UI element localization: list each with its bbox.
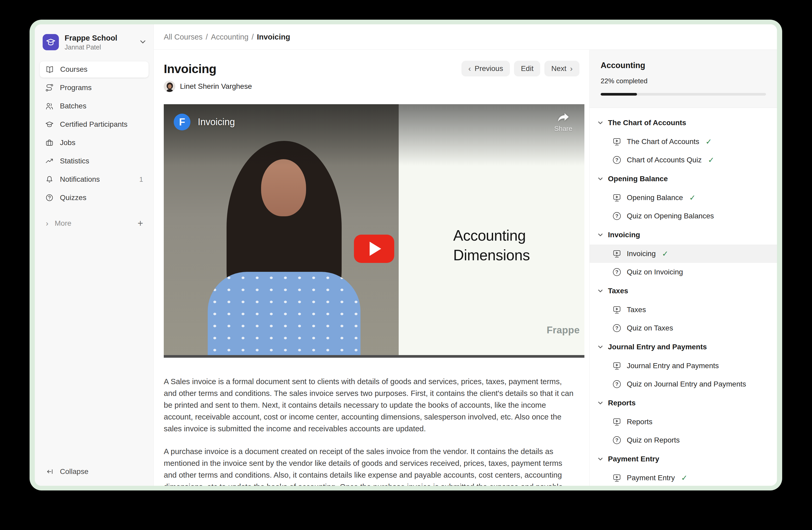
sidebar-item-label: Courses [60,65,87,73]
sidebar-item-notifications[interactable]: Notifications 1 [40,171,149,188]
slide-title: Accounting Dimensions [453,226,530,265]
sidebar-item-label: Jobs [60,139,75,147]
briefcase-icon [45,139,54,147]
next-button[interactable]: Next › [545,61,579,76]
lesson-item[interactable]: Reports [590,413,777,431]
chevron-down-icon [597,456,603,462]
lesson-item[interactable]: Payment Entry ✓ [590,469,777,486]
video-lesson-icon [612,305,622,315]
progress-bar-fill [600,93,637,96]
main-column: All Courses / Accounting / Invoicing Inv… [154,24,777,486]
chapter-taxes[interactable]: Taxes [590,281,777,301]
video-lesson-icon [612,137,622,147]
progress-bar-track [600,93,766,96]
more-label: More [55,219,71,227]
video-lesson-icon [612,417,622,427]
breadcrumb-all-courses[interactable]: All Courses [164,33,202,41]
chevron-down-icon [597,288,603,294]
lesson-article: A Sales invoice is a formal document sen… [164,376,579,486]
chevron-down-icon[interactable] [140,38,146,46]
check-icon: ✓ [681,473,687,482]
quiz-icon: ? [612,155,622,165]
lesson-item[interactable]: Opening Balance ✓ [590,189,777,207]
sidebar-more[interactable]: › More + [46,219,143,228]
sidebar-item-statistics[interactable]: Statistics [40,153,149,169]
play-icon [369,242,381,256]
progress-label: 22% completed [600,77,766,85]
previous-button[interactable]: ‹ Previous [462,61,510,76]
edit-button[interactable]: Edit [514,61,540,76]
chapter-journal-entry-and-payments[interactable]: Journal Entry and Payments [590,337,777,357]
route-icon [45,84,54,92]
bell-icon [45,175,54,184]
collapse-sidebar-button[interactable]: Collapse [35,458,154,486]
share-button[interactable]: Share [554,112,572,133]
chapter-payment-entry[interactable]: Payment Entry [590,449,777,469]
breadcrumb-separator: / [252,33,254,41]
sidebar-item-courses[interactable]: Courses [40,61,149,78]
quiz-item[interactable]: ? Quiz on Opening Balances [590,207,777,225]
sidebar-nav: Courses Programs Batches Cert [35,59,154,206]
share-arrow-icon [556,112,570,124]
quiz-item[interactable]: ? Chart of Accounts Quiz ✓ [590,151,777,169]
breadcrumb: All Courses / Accounting / Invoicing [154,24,777,50]
trending-up-icon [45,157,54,165]
video-lesson-icon [612,473,622,483]
chevron-left-icon: ‹ [468,64,471,73]
sidebar-item-certified-participants[interactable]: Certified Participants [40,116,149,133]
lesson-item[interactable]: The Chart of Accounts ✓ [590,132,777,151]
sidebar-item-batches[interactable]: Batches [40,98,149,114]
quiz-item[interactable]: ? Quiz on Taxes [590,319,777,337]
lesson-item-current[interactable]: Invoicing ✓ [590,245,777,263]
sidebar-item-jobs[interactable]: Jobs [40,134,149,151]
sidebar-item-programs[interactable]: Programs [40,79,149,96]
chevron-down-icon [597,232,603,238]
check-icon: ✓ [708,155,714,165]
quiz-icon: ? [612,323,622,333]
breadcrumb-current: Invoicing [257,33,290,41]
quiz-item[interactable]: ? Quiz on Invoicing [590,263,777,281]
chevron-down-icon [597,176,603,182]
frappe-watermark: Frappe [547,325,580,336]
lesson-item[interactable]: Journal Entry and Payments [590,357,777,375]
video-player[interactable]: Accounting Dimensions F Invoicing Share [164,104,584,358]
play-button[interactable] [354,235,394,263]
video-title[interactable]: Invoicing [198,116,235,127]
paragraph: A Sales invoice is a formal document sen… [164,376,576,434]
users-icon [45,102,54,110]
author-row: Linet Sherin Varghese [164,81,579,92]
check-icon: ✓ [706,137,712,146]
quiz-icon: ? [612,379,622,389]
sidebar-item-label: Quizzes [60,194,86,202]
video-overlay-header: F Invoicing [174,114,235,130]
plus-icon[interactable]: + [137,219,143,228]
app-window-frame: Frappe School Jannat Patel Courses Pro [30,20,782,490]
video-progress-bar[interactable] [164,355,584,358]
presenter-blouse [208,272,361,358]
chapter-reports[interactable]: Reports [590,393,777,413]
lesson-toolbar: ‹ Previous Edit Next › [462,61,579,76]
video-lesson-icon [612,193,622,203]
chevron-right-icon: › [46,219,48,228]
quiz-item[interactable]: ? Quiz on Journal Entry and Payments [590,375,777,393]
frappe-school-logo [43,34,59,50]
left-sidebar: Frappe School Jannat Patel Courses Pro [35,24,154,486]
school-switcher[interactable]: Frappe School Jannat Patel [35,24,154,59]
book-icon [45,65,54,73]
author-name: Linet Sherin Varghese [180,82,252,90]
sidebar-item-quizzes[interactable]: Quizzes [40,189,149,206]
check-icon: ✓ [689,193,696,202]
breadcrumb-accounting[interactable]: Accounting [211,33,248,41]
lesson-item[interactable]: Taxes [590,301,777,319]
channel-avatar[interactable]: F [174,114,190,130]
sidebar-item-label: Certified Participants [60,120,127,128]
check-icon: ✓ [662,249,668,258]
question-circle-icon [45,194,54,202]
course-title: Accounting [600,61,766,70]
page-title: Invoicing [164,61,216,76]
chapter-the-chart-of-accounts[interactable]: The Chart of Accounts [590,113,777,132]
breadcrumb-separator: / [206,33,208,41]
chapter-invoicing[interactable]: Invoicing [590,225,777,245]
quiz-item[interactable]: ? Quiz on Reports [590,431,777,449]
chapter-opening-balance[interactable]: Opening Balance [590,169,777,189]
